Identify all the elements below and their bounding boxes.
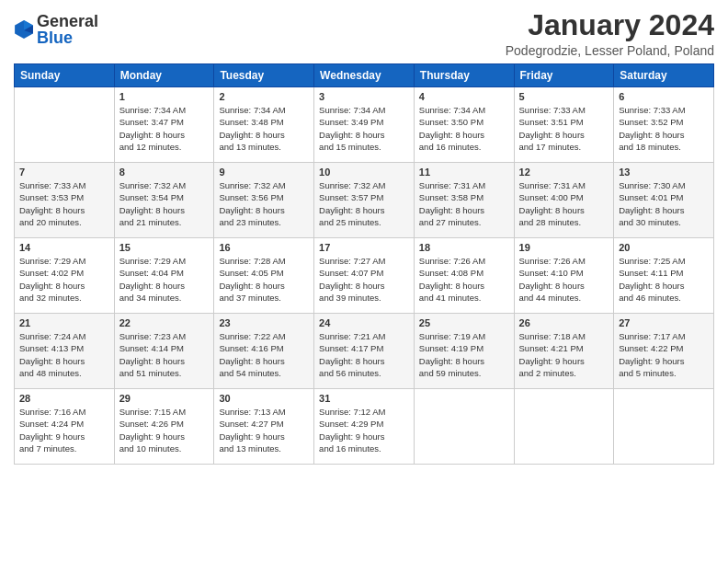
calendar-cell: 9Sunrise: 7:32 AMSunset: 3:56 PMDaylight…: [214, 163, 314, 238]
day-detail: Sunrise: 7:13 AMSunset: 4:27 PMDaylight:…: [219, 406, 309, 454]
day-number: 18: [419, 242, 509, 253]
day-number: 27: [619, 317, 709, 328]
calendar-cell: 2Sunrise: 7:34 AMSunset: 3:48 PMDaylight…: [214, 87, 314, 163]
calendar-cell: 25Sunrise: 7:19 AMSunset: 4:19 PMDayligh…: [414, 314, 514, 389]
day-number: 12: [519, 167, 609, 178]
day-number: 25: [419, 317, 509, 328]
calendar-cell: 31Sunrise: 7:12 AMSunset: 4:29 PMDayligh…: [314, 389, 415, 465]
calendar-cell: 28Sunrise: 7:16 AMSunset: 4:24 PMDayligh…: [15, 389, 115, 465]
day-number: 16: [219, 242, 309, 253]
header-thursday: Thursday: [414, 64, 514, 87]
calendar-cell: 20Sunrise: 7:25 AMSunset: 4:11 PMDayligh…: [614, 238, 714, 314]
header-saturday: Saturday: [614, 64, 714, 87]
day-detail: Sunrise: 7:25 AMSunset: 4:11 PMDaylight:…: [619, 255, 709, 304]
logo-general-text: General: [37, 13, 98, 29]
day-detail: Sunrise: 7:18 AMSunset: 4:21 PMDaylight:…: [519, 330, 609, 379]
day-number: 7: [19, 167, 109, 178]
header: General Blue January 2024 Podegrodzie, L…: [14, 9, 714, 58]
calendar-cell: [414, 389, 514, 465]
day-detail: Sunrise: 7:21 AMSunset: 4:17 PMDaylight:…: [319, 330, 409, 379]
day-detail: Sunrise: 7:15 AMSunset: 4:26 PMDaylight:…: [119, 406, 210, 454]
day-number: 17: [319, 242, 409, 253]
day-number: 6: [619, 91, 709, 102]
day-detail: Sunrise: 7:34 AMSunset: 3:49 PMDaylight:…: [319, 104, 409, 153]
day-detail: Sunrise: 7:32 AMSunset: 3:54 PMDaylight:…: [119, 179, 210, 228]
calendar-table: Sunday Monday Tuesday Wednesday Thursday…: [14, 63, 714, 465]
calendar-cell: [614, 389, 714, 465]
calendar-cell: 18Sunrise: 7:26 AMSunset: 4:08 PMDayligh…: [414, 238, 514, 314]
logo-icon: [14, 19, 34, 40]
day-detail: Sunrise: 7:34 AMSunset: 3:50 PMDaylight:…: [419, 104, 509, 153]
calendar-cell: 4Sunrise: 7:34 AMSunset: 3:50 PMDaylight…: [414, 87, 514, 163]
day-number: 4: [419, 91, 509, 102]
day-detail: Sunrise: 7:26 AMSunset: 4:10 PMDaylight:…: [519, 255, 609, 304]
title-block: January 2024 Podegrodzie, Lesser Poland,…: [506, 9, 714, 58]
day-detail: Sunrise: 7:31 AMSunset: 4:00 PMDaylight:…: [519, 179, 609, 228]
calendar-cell: 26Sunrise: 7:18 AMSunset: 4:21 PMDayligh…: [514, 314, 614, 389]
day-detail: Sunrise: 7:34 AMSunset: 3:48 PMDaylight:…: [219, 104, 309, 153]
day-number: 24: [319, 317, 409, 328]
logo: General Blue: [14, 13, 98, 46]
day-number: 23: [219, 317, 309, 328]
calendar-cell: 5Sunrise: 7:33 AMSunset: 3:51 PMDaylight…: [514, 87, 614, 163]
calendar-week-4: 21Sunrise: 7:24 AMSunset: 4:13 PMDayligh…: [15, 314, 714, 389]
day-detail: Sunrise: 7:31 AMSunset: 3:58 PMDaylight:…: [419, 179, 509, 228]
day-number: 14: [19, 242, 109, 253]
calendar-cell: 6Sunrise: 7:33 AMSunset: 3:52 PMDaylight…: [614, 87, 714, 163]
day-number: 21: [19, 317, 109, 328]
calendar-cell: 10Sunrise: 7:32 AMSunset: 3:57 PMDayligh…: [314, 163, 415, 238]
calendar-week-2: 7Sunrise: 7:33 AMSunset: 3:53 PMDaylight…: [15, 163, 714, 238]
calendar-cell: [514, 389, 614, 465]
calendar-cell: 22Sunrise: 7:23 AMSunset: 4:14 PMDayligh…: [114, 314, 214, 389]
calendar-cell: 3Sunrise: 7:34 AMSunset: 3:49 PMDaylight…: [314, 87, 415, 163]
day-detail: Sunrise: 7:29 AMSunset: 4:02 PMDaylight:…: [19, 255, 109, 304]
calendar-cell: 14Sunrise: 7:29 AMSunset: 4:02 PMDayligh…: [15, 238, 115, 314]
calendar-cell: 24Sunrise: 7:21 AMSunset: 4:17 PMDayligh…: [314, 314, 415, 389]
day-number: 5: [519, 91, 609, 102]
location: Podegrodzie, Lesser Poland, Poland: [506, 43, 714, 58]
day-number: 8: [119, 167, 210, 178]
logo-text: General Blue: [37, 13, 98, 46]
calendar-cell: 19Sunrise: 7:26 AMSunset: 4:10 PMDayligh…: [514, 238, 614, 314]
day-number: 22: [119, 317, 210, 328]
calendar-cell: 17Sunrise: 7:27 AMSunset: 4:07 PMDayligh…: [314, 238, 415, 314]
header-friday: Friday: [514, 64, 614, 87]
calendar-cell: 8Sunrise: 7:32 AMSunset: 3:54 PMDaylight…: [114, 163, 214, 238]
day-detail: Sunrise: 7:16 AMSunset: 4:24 PMDaylight:…: [19, 406, 109, 454]
day-detail: Sunrise: 7:27 AMSunset: 4:07 PMDaylight:…: [319, 255, 409, 304]
day-number: 19: [519, 242, 609, 253]
header-row: Sunday Monday Tuesday Wednesday Thursday…: [15, 64, 714, 87]
day-detail: Sunrise: 7:26 AMSunset: 4:08 PMDaylight:…: [419, 255, 509, 304]
calendar-cell: 15Sunrise: 7:29 AMSunset: 4:04 PMDayligh…: [114, 238, 214, 314]
day-number: 31: [319, 393, 409, 404]
day-detail: Sunrise: 7:19 AMSunset: 4:19 PMDaylight:…: [419, 330, 509, 379]
day-number: 11: [419, 167, 509, 178]
day-detail: Sunrise: 7:30 AMSunset: 4:01 PMDaylight:…: [619, 179, 709, 228]
day-number: 1: [119, 91, 210, 102]
day-number: 2: [219, 91, 309, 102]
day-detail: Sunrise: 7:28 AMSunset: 4:05 PMDaylight:…: [219, 255, 309, 304]
day-number: 9: [219, 167, 309, 178]
calendar-cell: [15, 87, 115, 163]
calendar-cell: 12Sunrise: 7:31 AMSunset: 4:00 PMDayligh…: [514, 163, 614, 238]
day-number: 10: [319, 167, 409, 178]
day-detail: Sunrise: 7:32 AMSunset: 3:56 PMDaylight:…: [219, 179, 309, 228]
calendar-cell: 1Sunrise: 7:34 AMSunset: 3:47 PMDaylight…: [114, 87, 214, 163]
day-detail: Sunrise: 7:32 AMSunset: 3:57 PMDaylight:…: [319, 179, 409, 228]
header-monday: Monday: [114, 64, 214, 87]
calendar-cell: 7Sunrise: 7:33 AMSunset: 3:53 PMDaylight…: [15, 163, 115, 238]
day-number: 26: [519, 317, 609, 328]
calendar-week-3: 14Sunrise: 7:29 AMSunset: 4:02 PMDayligh…: [15, 238, 714, 314]
day-number: 29: [119, 393, 210, 404]
calendar-cell: 21Sunrise: 7:24 AMSunset: 4:13 PMDayligh…: [15, 314, 115, 389]
day-number: 28: [19, 393, 109, 404]
header-sunday: Sunday: [15, 64, 115, 87]
day-number: 30: [219, 393, 309, 404]
day-detail: Sunrise: 7:24 AMSunset: 4:13 PMDaylight:…: [19, 330, 109, 379]
day-number: 3: [319, 91, 409, 102]
header-tuesday: Tuesday: [214, 64, 314, 87]
day-number: 13: [619, 167, 709, 178]
calendar-cell: 30Sunrise: 7:13 AMSunset: 4:27 PMDayligh…: [214, 389, 314, 465]
day-detail: Sunrise: 7:23 AMSunset: 4:14 PMDaylight:…: [119, 330, 210, 379]
day-detail: Sunrise: 7:33 AMSunset: 3:52 PMDaylight:…: [619, 104, 709, 153]
